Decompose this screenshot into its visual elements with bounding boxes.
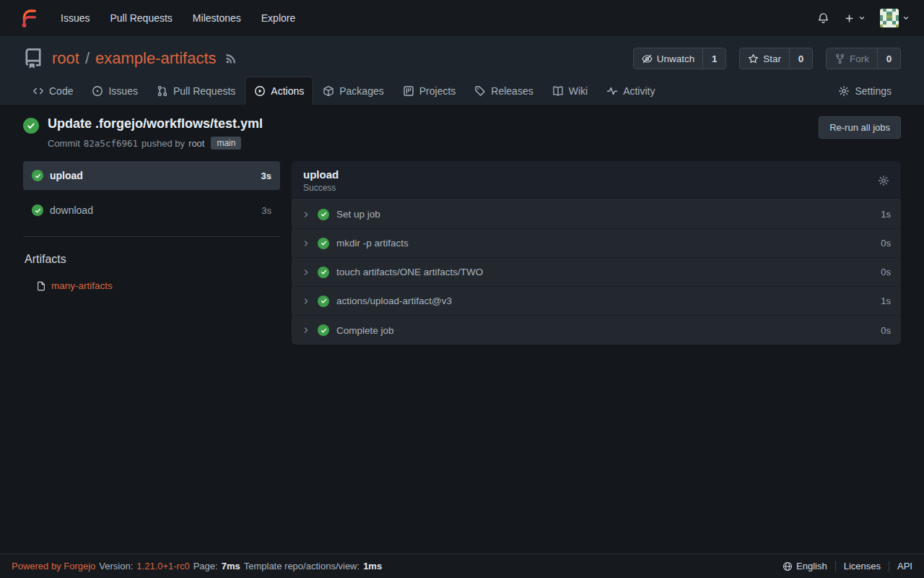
tab-packages[interactable]: Packages: [313, 77, 393, 105]
forks-count[interactable]: 0: [877, 48, 900, 69]
commit-line: Commit 82a5cf6961 pushed by root main: [48, 137, 263, 150]
tab-releases[interactable]: Releases: [465, 77, 542, 105]
commit-sha-link[interactable]: 82a5cf6961: [84, 138, 138, 149]
repo-header: root / example-artifacts: [0, 36, 924, 105]
commit-label: Commit: [48, 138, 80, 149]
repo-name-link[interactable]: example-artifacts: [95, 49, 217, 68]
step-duration: 1s: [881, 296, 891, 306]
success-icon: [32, 170, 43, 181]
artifacts-heading: Artifacts: [23, 253, 280, 266]
steps-list: Set up job 1s mkdir -p artifacts 0s: [292, 200, 901, 345]
step-row-complete-job[interactable]: Complete job 0s: [292, 316, 901, 345]
tab-actions[interactable]: Actions: [245, 77, 313, 105]
run-title-block: Update .forgejo/workflows/test.yml Commi…: [48, 116, 263, 150]
chevron-right-icon: [302, 210, 310, 219]
user-menu[interactable]: [880, 9, 910, 27]
run-header-left: Update .forgejo/workflows/test.yml Commi…: [23, 116, 263, 150]
bell-icon: [817, 12, 829, 25]
nav-pull-requests[interactable]: Pull Requests: [100, 0, 182, 36]
pushed-by-label: pushed by: [141, 138, 185, 149]
repo-title-row: root / example-artifacts: [23, 48, 901, 69]
step-label: mkdir -p artifacts: [336, 238, 409, 249]
version-label: Version:: [99, 561, 133, 571]
chevron-down-icon: [858, 14, 866, 22]
create-new-button[interactable]: [844, 13, 866, 24]
success-icon: [318, 296, 329, 307]
success-icon: [318, 238, 329, 249]
forgejo-logo[interactable]: [17, 6, 42, 30]
top-navbar: Issues Pull Requests Milestones Explore: [0, 0, 924, 36]
run-success-icon: [23, 118, 39, 134]
fork-label: Fork: [850, 53, 869, 64]
language-selector[interactable]: English: [783, 561, 827, 571]
licenses-link[interactable]: Licenses: [844, 561, 881, 571]
repo-icon: [23, 48, 43, 69]
tab-projects[interactable]: Projects: [393, 77, 466, 105]
watchers-count[interactable]: 1: [702, 48, 725, 69]
api-link[interactable]: API: [897, 561, 912, 571]
step-row-mkdir[interactable]: mkdir -p artifacts 0s: [292, 229, 901, 258]
job-options-button[interactable]: [878, 175, 889, 186]
artifact-download-link[interactable]: many-artifacts: [51, 280, 113, 291]
rss-feed-button[interactable]: [225, 53, 237, 64]
job-name: download: [50, 204, 93, 216]
tab-code[interactable]: Code: [23, 77, 82, 105]
step-label: Set up job: [336, 209, 380, 220]
success-icon: [318, 324, 329, 336]
chevron-right-icon: [302, 297, 310, 306]
success-icon: [32, 204, 43, 216]
footer-divider: [889, 561, 889, 571]
repo-action-buttons: Unwatch 1 Star 0: [633, 48, 901, 69]
step-row-setup-job[interactable]: Set up job 1s: [292, 200, 901, 229]
job-status-text: Success: [303, 183, 339, 193]
plus-icon: [844, 13, 855, 24]
page-time-label: Page:: [193, 561, 218, 571]
version-link[interactable]: 1.21.0+1-rc0: [136, 561, 189, 571]
run-header: Update .forgejo/workflows/test.yml Commi…: [23, 116, 901, 150]
chevron-right-icon: [302, 326, 310, 335]
run-title: Update .forgejo/workflows/test.yml: [48, 116, 263, 131]
job-duration: 3s: [261, 205, 271, 216]
fork-button[interactable]: Fork: [827, 48, 877, 69]
nav-milestones[interactable]: Milestones: [183, 0, 251, 36]
template-time-value: 1ms: [363, 561, 382, 571]
chevron-down-icon: [902, 14, 910, 22]
step-row-touch[interactable]: touch artifacts/ONE artifacts/TWO 0s: [292, 258, 901, 287]
unwatch-button[interactable]: Unwatch: [634, 48, 703, 69]
job-item-download[interactable]: download 3s: [23, 196, 280, 225]
nav-explore[interactable]: Explore: [251, 0, 305, 36]
rss-icon: [225, 53, 237, 64]
branch-badge[interactable]: main: [211, 137, 241, 150]
package-icon: [323, 85, 334, 97]
stars-count[interactable]: 0: [789, 48, 812, 69]
step-row-upload-artifact[interactable]: actions/upload-artifact@v3 1s: [292, 287, 901, 316]
book-icon: [552, 85, 564, 97]
notifications-button[interactable]: [817, 12, 829, 25]
footer-left: Powered by Forgejo Version: 1.21.0+1-rc0…: [12, 561, 382, 571]
repo-owner-link[interactable]: root: [52, 49, 79, 68]
pulse-icon: [606, 85, 618, 97]
nav-issues[interactable]: Issues: [51, 0, 100, 36]
globe-icon: [783, 561, 793, 571]
job-item-upload[interactable]: upload 3s: [23, 161, 280, 190]
star-button-group: Star 0: [739, 48, 813, 69]
footer: Powered by Forgejo Version: 1.21.0+1-rc0…: [0, 553, 924, 578]
star-button[interactable]: Star: [740, 48, 789, 69]
star-label: Star: [763, 53, 781, 64]
step-duration: 0s: [881, 325, 891, 336]
tab-issues[interactable]: Issues: [82, 77, 147, 105]
powered-by-link[interactable]: Powered by Forgejo: [12, 561, 95, 571]
step-label: Complete job: [336, 325, 394, 336]
job-name: upload: [50, 170, 83, 181]
tab-settings[interactable]: Settings: [829, 77, 901, 105]
tab-pull-requests[interactable]: Pull Requests: [147, 77, 245, 105]
commit-author-link[interactable]: root: [188, 138, 204, 149]
tab-wiki[interactable]: Wiki: [543, 77, 597, 105]
issue-icon: [92, 85, 103, 97]
step-duration: 0s: [881, 238, 891, 249]
fork-button-group: Fork 0: [826, 48, 901, 69]
chevron-right-icon: [302, 268, 310, 277]
rerun-all-jobs-button[interactable]: Re-run all jobs: [819, 116, 901, 139]
identicon-avatar-image: [880, 9, 899, 27]
tab-activity[interactable]: Activity: [597, 77, 664, 105]
